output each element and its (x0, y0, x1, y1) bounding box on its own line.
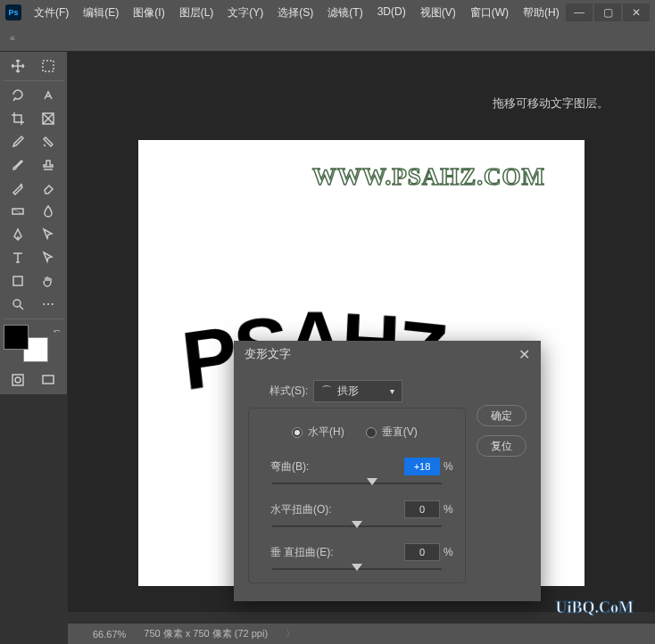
percent-label: % (444, 503, 454, 516)
style-value: 拱形 (337, 384, 359, 399)
zoom-level[interactable]: 66.67% (93, 629, 126, 640)
frame-tool[interactable] (34, 108, 62, 129)
menubar: Ps 文件(F) 编辑(E) 图像(I) 图层(L) 文字(Y) 选择(S) 滤… (0, 0, 655, 25)
menu-filter[interactable]: 滤镜(T) (322, 3, 368, 23)
horizontal-radio[interactable]: 水平(H) (292, 425, 344, 440)
blur-tool[interactable] (34, 201, 62, 222)
svg-rect-3 (13, 277, 22, 285)
vdist-slider[interactable] (272, 568, 442, 570)
svg-point-4 (13, 300, 21, 307)
dialog-close-icon[interactable]: ✕ (518, 346, 530, 363)
maximize-button[interactable]: ▢ (594, 4, 621, 21)
options-bar: « (0, 25, 655, 52)
vertical-label: 垂直(V) (382, 425, 418, 440)
bend-slider[interactable] (272, 483, 442, 484)
app-logo: Ps (5, 4, 21, 21)
bend-label: 弯曲(B): (270, 459, 309, 475)
menu-select[interactable]: 选择(S) (272, 3, 319, 23)
svg-point-6 (15, 377, 21, 383)
eraser-tool[interactable] (34, 178, 62, 199)
percent-label: % (444, 460, 454, 473)
chevron-down-icon: ▾ (390, 386, 394, 396)
path-select-tool[interactable] (34, 224, 62, 245)
bend-input[interactable] (404, 458, 440, 475)
history-brush-tool[interactable] (4, 178, 32, 199)
warp-text-dialog: 变形文字 ✕ 样式(S): ⌒ 拱形 ▾ 水平(H) 垂直(V) (234, 341, 541, 601)
footer-watermark: UiBQ.CoM (556, 599, 634, 617)
slider-thumb[interactable] (367, 478, 377, 485)
radio-icon (366, 427, 377, 438)
svg-rect-0 (43, 61, 54, 71)
zoom-tool[interactable] (4, 293, 32, 315)
slider-thumb[interactable] (352, 564, 362, 571)
color-swatches[interactable]: ⤺ (4, 325, 48, 362)
screenmode-tool[interactable] (34, 369, 62, 391)
gradient-tool[interactable] (4, 201, 32, 222)
move-tool[interactable] (4, 55, 32, 77)
hdist-input[interactable] (404, 500, 440, 518)
slider-thumb[interactable] (352, 521, 362, 528)
direct-select-tool[interactable] (34, 247, 62, 268)
hdist-label: 水平扭曲(O): (270, 502, 332, 517)
style-dropdown[interactable]: ⌒ 拱形 ▾ (313, 380, 402, 402)
menu-help[interactable]: 帮助(H) (518, 3, 565, 23)
shape-tool[interactable] (4, 270, 32, 292)
svg-rect-7 (43, 376, 54, 384)
orientation-radiogroup: 水平(H) 垂直(V) (292, 425, 454, 440)
minimize-button[interactable]: — (566, 4, 593, 21)
marquee-tool[interactable] (34, 55, 62, 77)
quick-select-tool[interactable] (34, 85, 62, 106)
collapse-icon[interactable]: « (0, 25, 25, 51)
chevron-right-icon[interactable]: 〉 (286, 627, 295, 640)
vdist-input[interactable] (404, 543, 440, 561)
menu-3d[interactable]: 3D(D) (372, 3, 411, 23)
reset-button[interactable]: 复位 (477, 435, 526, 457)
healing-tool[interactable] (34, 131, 62, 153)
tooltip-text: 拖移可移动文字图层。 (493, 96, 609, 111)
type-tool[interactable] (4, 247, 32, 268)
dialog-titlebar[interactable]: 变形文字 ✕ (234, 341, 541, 367)
menu-layer[interactable]: 图层(L) (174, 3, 220, 23)
hdist-slider[interactable] (272, 525, 442, 527)
quickmask-tool[interactable] (4, 369, 32, 391)
vdist-label: 垂 直扭曲(E): (270, 545, 334, 560)
menu-window[interactable]: 窗口(W) (465, 3, 514, 23)
hand-tool[interactable] (34, 270, 62, 292)
menu-file[interactable]: 文件(F) (29, 3, 74, 23)
vertical-radio[interactable]: 垂直(V) (366, 425, 418, 440)
arc-icon: ⌒ (321, 384, 332, 399)
menu-view[interactable]: 视图(V) (415, 3, 461, 23)
menu-edit[interactable]: 编辑(E) (78, 3, 124, 23)
horizontal-label: 水平(H) (308, 425, 344, 440)
statusbar: 66.67% 750 像素 x 750 像素 (72 ppi) 〉 (68, 623, 655, 644)
close-button[interactable]: ✕ (623, 4, 650, 21)
crop-tool[interactable] (4, 108, 32, 129)
menu-image[interactable]: 图像(I) (128, 3, 170, 23)
more-tools[interactable]: ⋯ (34, 293, 62, 315)
foreground-color[interactable] (4, 325, 29, 350)
eyedropper-tool[interactable] (4, 131, 32, 153)
svg-rect-5 (12, 375, 23, 385)
watermark-text: WWW.PSAHZ.COM (312, 163, 545, 191)
menu-type[interactable]: 文字(Y) (222, 3, 269, 23)
ok-button[interactable]: 确定 (477, 405, 526, 426)
swap-colors-icon[interactable]: ⤺ (54, 326, 61, 335)
lasso-tool[interactable] (4, 85, 32, 106)
menu-items: 文件(F) 编辑(E) 图像(I) 图层(L) 文字(Y) 选择(S) 滤镜(T… (29, 3, 566, 23)
stamp-tool[interactable] (34, 154, 62, 176)
doc-info[interactable]: 750 像素 x 750 像素 (72 ppi) (144, 627, 268, 640)
window-controls: — ▢ ✕ (566, 4, 650, 21)
radio-icon (292, 427, 303, 438)
toolbox: ⋯ ⤺ (0, 52, 68, 394)
pen-tool[interactable] (4, 224, 32, 245)
dialog-title: 变形文字 (245, 346, 291, 362)
brush-tool[interactable] (4, 154, 32, 176)
style-label: 样式(S): (269, 384, 308, 399)
percent-label: % (444, 546, 454, 558)
